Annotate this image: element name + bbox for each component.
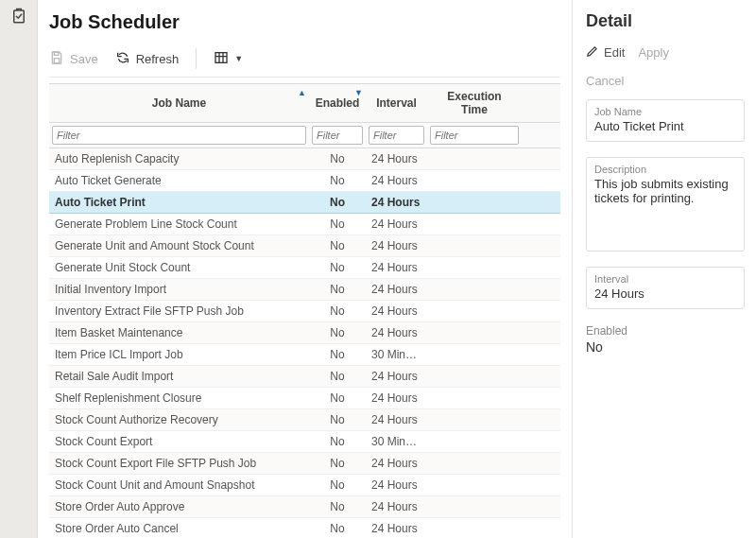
cell-extra xyxy=(522,322,560,344)
view-options-button[interactable]: ▼ xyxy=(214,50,243,68)
cell-extra xyxy=(522,214,560,235)
cell-job-name: Generate Problem Line Stock Count xyxy=(49,214,309,235)
label-job-name: Job Name xyxy=(594,106,736,117)
table-row[interactable]: Stock Count Unit and Amount SnapshotNo24… xyxy=(49,475,560,496)
cell-extra xyxy=(522,366,560,388)
cell-interval: 24 Hours xyxy=(366,148,427,170)
table-row[interactable]: Initial Inventory ImportNo24 Hours xyxy=(49,279,560,301)
refresh-button[interactable]: Refresh xyxy=(115,50,180,68)
cell-extra xyxy=(522,257,560,279)
table-row[interactable]: Generate Unit and Amount Stock CountNo24… xyxy=(49,235,560,257)
cell-exec-time xyxy=(427,170,522,192)
col-enabled[interactable]: Enabled ▼ xyxy=(309,84,366,123)
cell-extra xyxy=(522,344,560,366)
cell-exec-time xyxy=(427,322,522,344)
cell-interval: 30 Minutes xyxy=(366,344,427,366)
cell-enabled: No xyxy=(309,344,366,366)
label-description: Description xyxy=(594,164,736,175)
cell-job-name: Stock Count Authorize Recovery xyxy=(49,409,309,431)
cell-exec-time xyxy=(427,518,522,539)
cell-enabled: No xyxy=(309,279,366,301)
table-row[interactable]: Item Basket MaintenanceNo24 Hours xyxy=(49,322,560,344)
cell-interval: 24 Hours xyxy=(366,453,427,475)
cell-interval: 24 Hours xyxy=(366,214,427,235)
table-row[interactable]: Generate Unit Stock CountNo24 Hours xyxy=(49,257,560,279)
table-icon xyxy=(214,50,229,68)
table-row[interactable]: Retail Sale Audit ImportNo24 Hours xyxy=(49,366,560,388)
cell-extra xyxy=(522,431,560,453)
cell-enabled: No xyxy=(309,366,366,388)
cell-enabled: No xyxy=(309,148,366,170)
table-row[interactable]: Item Price ICL Import JobNo30 Minutes xyxy=(49,344,560,366)
cell-interval: 24 Hours xyxy=(366,388,427,409)
cell-interval: 24 Hours xyxy=(366,496,427,518)
clipboard-icon[interactable] xyxy=(10,8,27,27)
cell-exec-time xyxy=(427,431,522,453)
cell-interval: 24 Hours xyxy=(366,192,427,214)
col-exec-time[interactable]: Execution Time xyxy=(427,84,522,123)
cell-interval: 30 Minutes xyxy=(366,431,427,453)
cell-interval: 24 Hours xyxy=(366,322,427,344)
label-interval: Interval xyxy=(594,273,736,285)
chevron-down-icon: ▼ xyxy=(234,54,243,63)
save-button: Save xyxy=(49,50,98,68)
cell-job-name: Generate Unit and Amount Stock Count xyxy=(49,235,309,257)
cell-extra xyxy=(522,388,560,409)
table-row[interactable]: Generate Problem Line Stock CountNo24 Ho… xyxy=(49,214,560,235)
cell-extra xyxy=(522,192,560,214)
cell-exec-time xyxy=(427,344,522,366)
cancel-button: Cancel xyxy=(586,74,745,88)
table-row[interactable]: Auto Replenish CapacityNo24 Hours xyxy=(49,148,560,170)
filter-enabled[interactable] xyxy=(312,126,363,145)
cell-extra xyxy=(522,235,560,257)
filter-exec-time[interactable] xyxy=(430,126,519,145)
sort-desc-icon: ▼ xyxy=(354,88,363,97)
cell-job-name: Item Price ICL Import Job xyxy=(49,344,309,366)
col-extra xyxy=(522,84,560,123)
cell-interval: 24 Hours xyxy=(366,279,427,301)
cell-enabled: No xyxy=(309,518,366,539)
separator xyxy=(196,48,197,69)
cell-enabled: No xyxy=(309,301,366,322)
table-header-row: Job Name ▲ Enabled ▼ Interval Execution … xyxy=(49,84,560,123)
cell-enabled: No xyxy=(309,496,366,518)
cell-enabled: No xyxy=(309,257,366,279)
cell-exec-time xyxy=(427,496,522,518)
filter-interval[interactable] xyxy=(369,126,424,145)
label-enabled: Enabled xyxy=(586,324,745,338)
cell-enabled: No xyxy=(309,409,366,431)
value-job-name: Auto Ticket Print xyxy=(594,119,736,133)
table-row[interactable]: Stock Count Authorize RecoveryNo24 Hours xyxy=(49,409,560,431)
filter-job-name[interactable] xyxy=(52,126,306,145)
cell-exec-time xyxy=(427,388,522,409)
table-row[interactable]: Stock Count Export File SFTP Push JobNo2… xyxy=(49,453,560,475)
cell-extra xyxy=(522,148,560,170)
col-job-name[interactable]: Job Name ▲ xyxy=(49,84,309,123)
table-row[interactable]: Stock Count ExportNo30 Minutes xyxy=(49,431,560,453)
table-row[interactable]: Store Order Auto ApproveNo24 Hours xyxy=(49,496,560,518)
table-row[interactable]: Shelf Replenishment ClosureNo24 Hours xyxy=(49,388,560,409)
cell-job-name: Initial Inventory Import xyxy=(49,279,309,301)
field-interval: Interval 24 Hours xyxy=(586,267,745,309)
value-interval: 24 Hours xyxy=(594,286,736,301)
cell-extra xyxy=(522,453,560,475)
table-row[interactable]: Store Order Auto CancelNo24 Hours xyxy=(49,518,560,539)
cell-extra xyxy=(522,409,560,431)
cell-extra xyxy=(522,496,560,518)
job-table-scroll[interactable]: Job Name ▲ Enabled ▼ Interval Execution … xyxy=(49,83,560,538)
cell-job-name: Stock Count Unit and Amount Snapshot xyxy=(49,475,309,496)
table-row[interactable]: Auto Ticket GenerateNo24 Hours xyxy=(49,170,560,192)
cell-job-name: Auto Replenish Capacity xyxy=(49,148,309,170)
edit-button[interactable]: Edit xyxy=(586,44,625,61)
svg-rect-1 xyxy=(54,52,59,55)
cell-enabled: No xyxy=(309,235,366,257)
detail-actions: Edit Apply Cancel xyxy=(586,44,745,88)
table-row[interactable]: Inventory Extract File SFTP Push JobNo24… xyxy=(49,301,560,322)
cell-exec-time xyxy=(427,192,522,214)
cell-extra xyxy=(522,518,560,539)
cell-exec-time xyxy=(427,214,522,235)
cell-extra xyxy=(522,301,560,322)
cell-extra xyxy=(522,170,560,192)
table-row[interactable]: Auto Ticket PrintNo24 Hours xyxy=(49,192,560,214)
col-interval[interactable]: Interval xyxy=(366,84,427,123)
